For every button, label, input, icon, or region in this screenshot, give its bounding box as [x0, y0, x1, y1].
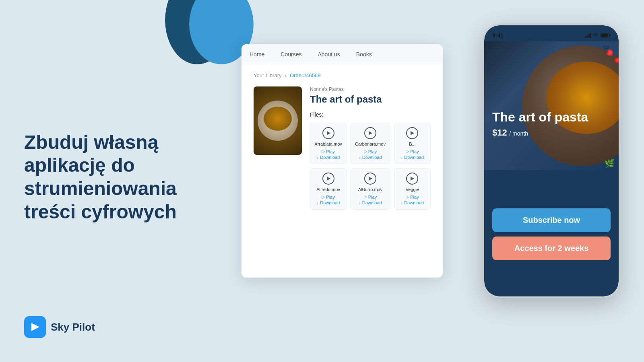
nav-books[interactable]: Books	[356, 45, 372, 63]
file-item: B... ▷Play ↓Download	[394, 123, 431, 164]
svg-rect-13	[601, 34, 608, 37]
file-item: Veggie ▷Play ↓Download	[394, 168, 431, 210]
access-button[interactable]: Access for 2 weeks	[492, 237, 611, 260]
file-name-1: Arrabiata.mov	[314, 142, 342, 146]
svg-marker-6	[411, 177, 414, 181]
play-icon-5	[364, 173, 376, 185]
breadcrumb-library[interactable]: Your Library	[254, 72, 282, 78]
file-download-2[interactable]: ↓Download	[355, 155, 386, 160]
play-icon-1	[322, 127, 334, 139]
svg-rect-12	[609, 35, 611, 36]
file-name-3: B...	[398, 142, 426, 146]
svg-marker-0	[31, 323, 39, 331]
file-item: AlBurro.mov ▷Play ↓Download	[351, 168, 390, 210]
hamburger-icon[interactable]	[492, 47, 501, 53]
file-play-6[interactable]: ▷Play	[398, 194, 426, 200]
file-download-4[interactable]: ↓Download	[314, 200, 342, 205]
product-brand: Nonna's Pastas	[310, 86, 431, 92]
svg-rect-9	[588, 34, 590, 38]
svg-marker-2	[369, 131, 372, 135]
nav-home[interactable]: Home	[250, 45, 264, 63]
browser-content: Your Library ‹ Order#46569 Nonna's Pasta…	[242, 64, 443, 278]
desktop-mockup: Home Courses About us Books Your Library…	[242, 44, 443, 278]
files-label: Files:	[310, 111, 431, 118]
svg-marker-5	[369, 177, 372, 181]
file-item: Carbonara.mov ▷Play ↓Download	[351, 123, 390, 164]
mobile-hero-text: The art of pasta $12 / month	[492, 110, 588, 138]
mobile-header-bar	[484, 41, 619, 59]
file-download-6[interactable]: ↓Download	[398, 200, 426, 205]
product-info: Nonna's Pastas The art of pasta Files: A…	[310, 86, 431, 210]
file-name-5: AlBurro.mov	[355, 187, 386, 192]
mobile-screen: 9:41	[484, 25, 619, 296]
file-play-2[interactable]: ▷Play	[355, 149, 386, 154]
hamburger-line-3	[492, 52, 501, 53]
nav-courses[interactable]: Courses	[281, 45, 301, 63]
file-item: Arrabiata.mov ▷Play ↓Download	[310, 123, 347, 164]
file-name-6: Veggie	[398, 187, 426, 192]
file-download-5[interactable]: ↓Download	[355, 200, 386, 205]
file-item: Alfredo.mov ▷Play ↓Download	[310, 168, 347, 210]
hamburger-line-2	[492, 50, 501, 51]
logo-area: Sky Pilot	[24, 316, 95, 338]
svg-rect-10	[590, 33, 592, 38]
play-icon-6	[406, 173, 418, 185]
sky-pilot-logo-svg	[29, 321, 41, 333]
svg-point-15	[607, 51, 609, 53]
product-title: The art of pasta	[310, 94, 431, 105]
svg-rect-7	[585, 36, 586, 38]
mobile-status-bar: 9:41	[484, 25, 619, 41]
mobile-time: 9:41	[492, 32, 504, 39]
mobile-status-icons	[585, 33, 611, 38]
wifi-icon	[593, 33, 599, 38]
breadcrumb-separator: ‹	[285, 72, 287, 78]
signal-icon	[585, 33, 591, 38]
hamburger-line-1	[492, 47, 501, 48]
file-play-4[interactable]: ▷Play	[314, 194, 342, 200]
file-download-1[interactable]: ↓Download	[314, 155, 342, 160]
play-icon-2	[364, 127, 376, 139]
file-download-3[interactable]: ↓Download	[398, 155, 426, 160]
svg-marker-3	[411, 131, 414, 135]
file-play-5[interactable]: ▷Play	[355, 194, 386, 200]
file-name-2: Carbonara.mov	[355, 142, 386, 146]
play-icon-4	[322, 173, 334, 185]
file-name-4: Alfredo.mov	[314, 187, 342, 192]
mobile-hero: 🌿 The art of pasta $12 / month	[484, 41, 619, 170]
svg-marker-1	[327, 131, 330, 135]
product-image	[254, 86, 302, 155]
breadcrumb: Your Library ‹ Order#46569	[254, 72, 431, 78]
svg-marker-4	[327, 177, 330, 181]
breadcrumb-order[interactable]: Order#46569	[290, 72, 321, 78]
hero-heading: Zbuduj własną aplikację do strumieniowan…	[24, 131, 213, 223]
food-decoration	[264, 107, 292, 131]
file-play-1[interactable]: ▷Play	[314, 149, 342, 154]
svg-point-14	[605, 51, 606, 53]
files-grid: Arrabiata.mov ▷Play ↓Download Carb	[310, 123, 431, 210]
play-icon-3	[406, 127, 418, 139]
browser-nav: Home Courses About us Books	[242, 44, 443, 64]
logo-icon	[24, 316, 46, 338]
subscribe-button[interactable]: Subscribe now	[492, 208, 611, 232]
mobile-hero-title: The art of pasta	[492, 110, 588, 124]
product-section: Nonna's Pastas The art of pasta Files: A…	[254, 86, 431, 210]
mobile-mockup: 9:41	[483, 24, 620, 298]
cart-icon[interactable]	[602, 45, 611, 56]
file-play-3[interactable]: ▷Play	[398, 149, 426, 154]
svg-rect-8	[587, 35, 588, 38]
mobile-hero-price: $12 / month	[492, 128, 588, 138]
battery-icon	[601, 33, 611, 38]
herb-decoration: 🌿	[605, 158, 615, 168]
logo-text: Sky Pilot	[51, 321, 95, 333]
nav-about[interactable]: About us	[318, 45, 340, 63]
